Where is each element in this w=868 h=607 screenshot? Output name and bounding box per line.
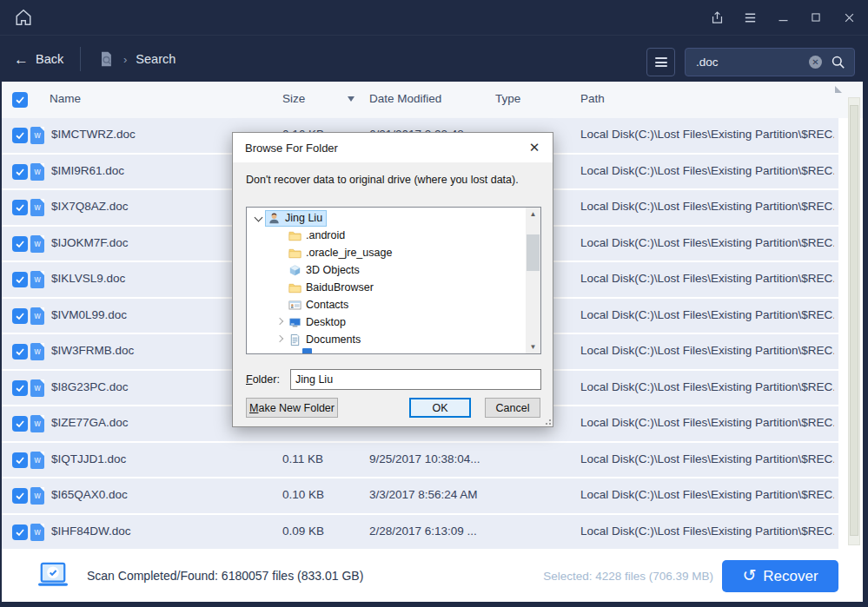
cell-file-path: Local Disk(C:)\Lost Files\Existing Parti… [580,200,834,213]
tree-item[interactable]: Desktop [247,313,526,331]
cell-file-name: $IX7Q8AZ.doc [51,200,129,213]
recover-history-icon: ↺ [742,567,756,584]
list-view-icon [655,56,667,69]
cancel-button[interactable]: Cancel [485,398,540,418]
row-checkbox-checked-icon[interactable] [12,164,28,180]
cell-date-modified: 2/28/2017 6:13:09 ... [369,525,477,538]
column-header-path[interactable]: Path [580,92,605,105]
folder-label: Folder: [246,373,290,386]
doc-file-icon [30,343,44,360]
folder-name-input[interactable] [290,369,541,390]
tree-item[interactable]: Documents [247,331,526,348]
tree-item[interactable]: Jing Liu [247,209,526,227]
make-new-folder-button[interactable]: Make New Folder [246,398,338,418]
select-all-checkbox[interactable] [12,92,28,108]
tree-expander-icon[interactable] [273,280,287,294]
back-button[interactable]: ← Back [14,48,63,70]
tree-item[interactable]: BaiduBrowser [247,279,526,296]
tree-expander-icon[interactable] [273,246,287,260]
row-checkbox-checked-icon[interactable] [12,272,28,287]
column-header-size[interactable]: Size [282,92,305,105]
row-checkbox-checked-icon[interactable] [12,236,28,252]
list-scrollbar-thumb[interactable] [850,105,858,536]
cell-file-name: $IZE77GA.doc [51,416,129,429]
tree-expander-icon[interactable] [273,298,287,312]
table-header: Name Size Date Modified Type Path [2,82,863,118]
cell-file-name: $I8G23PC.doc [51,380,129,393]
row-checkbox-checked-icon[interactable] [12,525,28,540]
column-header-type[interactable]: Type [495,92,520,105]
recover-button[interactable]: ↺ Recover [722,560,838,592]
cell-date-modified: 3/3/2017 8:56:24 AM [369,488,478,501]
minimize-icon[interactable] [771,5,795,30]
row-checkbox-checked-icon[interactable] [12,344,28,360]
cube-icon [288,264,301,277]
tree-scroll-up-icon[interactable]: ▲ [526,208,540,221]
close-icon[interactable] [837,5,861,30]
tree-expander-icon[interactable] [273,333,287,346]
dialog-title-bar: Browse For Folder ✕ [233,133,553,162]
tree-item[interactable]: Contacts [247,296,526,313]
view-toggle-button[interactable] [646,48,675,76]
list-scrollbar[interactable] [848,97,860,545]
browse-for-folder-dialog: Browse For Folder ✕ Don't recover data t… [232,132,553,427]
laptop-check-icon [36,561,70,591]
row-checkbox-checked-icon[interactable] [12,200,28,215]
tree-expander-icon[interactable] [273,228,287,242]
breadcrumb: › Search [97,48,176,70]
scroll-top-icon[interactable] [835,86,842,93]
maximize-icon[interactable] [804,5,828,30]
doc-file-icon [30,271,44,288]
table-row[interactable]: $IHF84DW.doc 0.09 KB 2/28/2017 6:13:09 .… [2,515,838,551]
doc-file-icon [30,199,44,216]
tree-scroll-down-icon[interactable]: ▼ [526,340,540,353]
cell-file-path: Local Disk(C:)\Lost Files\Existing Parti… [580,452,834,465]
search-box[interactable]: .doc ✕ [685,48,855,76]
breadcrumb-separator: › [123,53,127,66]
search-input[interactable]: .doc [696,56,809,69]
breadcrumb-item-search[interactable]: Search [136,52,176,66]
cell-file-name: $IJOKM7F.doc [51,236,129,249]
row-checkbox-checked-icon[interactable] [12,128,28,143]
table-row[interactable]: $I65QAX0.doc 0.10 KB 3/3/2017 8:56:24 AM… [2,478,838,515]
tree-scrollbar[interactable]: ▲ ▼ [526,208,540,353]
clear-icon[interactable]: ✕ [809,56,822,69]
search-icon[interactable] [830,54,846,70]
dialog-close-icon[interactable]: ✕ [521,135,547,161]
menu-icon[interactable] [738,5,762,30]
resize-grip[interactable] [542,416,551,425]
column-header-date[interactable]: Date Modified [369,92,441,105]
table-row[interactable]: $IQTJJD1.doc 0.11 KB 9/25/2017 10:38:04.… [2,443,838,479]
tree-item[interactable]: .oracle_jre_usage [247,244,526,261]
tree-scrollbar-thumb[interactable] [527,234,540,271]
tree-expander-icon[interactable] [273,263,287,277]
doc-file-icon [30,235,44,253]
ok-button[interactable]: OK [409,398,471,418]
row-checkbox-checked-icon[interactable] [12,308,28,324]
cell-date-modified: 9/25/2017 10:38:04... [369,452,480,465]
tree-item[interactable]: .android [247,227,526,244]
tree-expander-icon[interactable] [273,315,287,329]
share-icon[interactable] [705,5,729,30]
column-header-name[interactable]: Name [50,92,81,105]
cell-file-path: Local Disk(C:)\Lost Files\Existing Parti… [580,236,834,249]
sort-desc-icon[interactable] [348,96,354,102]
row-checkbox-checked-icon[interactable] [12,452,28,468]
back-arrow-icon: ← [14,52,29,67]
dialog-message: Don't recover data to original drive (wh… [246,174,519,186]
cell-file-path: Local Disk(C:)\Lost Files\Existing Parti… [580,128,834,141]
tree-expander-icon[interactable] [252,211,266,225]
doc-file-icon [30,127,44,144]
cell-file-path: Local Disk(C:)\Lost Files\Existing Parti… [580,164,834,177]
folder-icon [288,229,301,242]
home-icon[interactable] [12,6,35,29]
doc-file-icon [30,452,44,469]
row-checkbox-checked-icon[interactable] [12,416,28,432]
dialog-title: Browse For Folder [245,142,338,155]
tree-item[interactable]: 3D Objects [247,261,526,279]
row-checkbox-checked-icon[interactable] [12,380,28,396]
nav-divider [80,47,81,71]
doc-file-icon [30,307,44,325]
cell-file-name: $IMI9R61.doc [51,164,124,177]
row-checkbox-checked-icon[interactable] [12,488,28,504]
